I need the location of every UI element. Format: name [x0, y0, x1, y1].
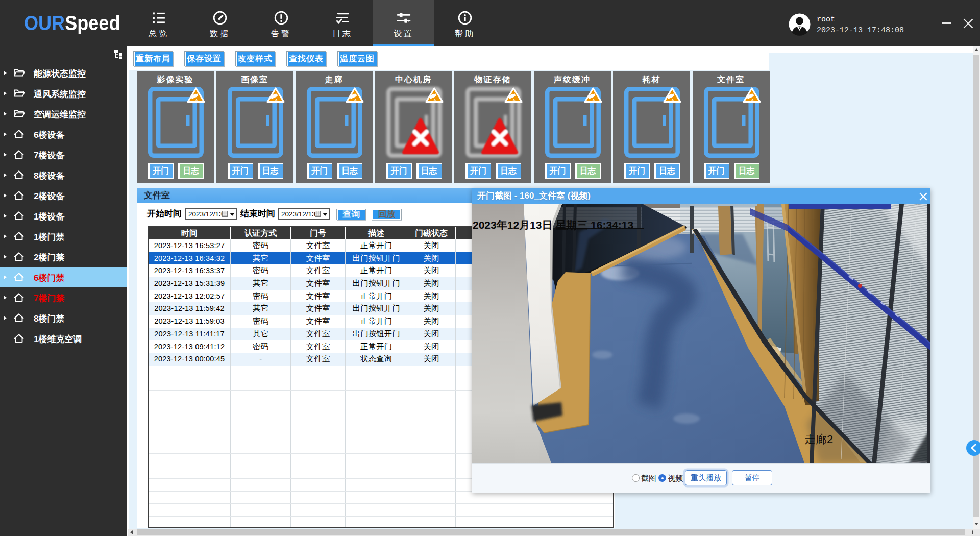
svg-text:2023年12月13日 星期三 16:34:13: 2023年12月13日 星期三 16:34:13 — [473, 219, 633, 231]
svg-text:走廊2: 走廊2 — [804, 433, 833, 446]
